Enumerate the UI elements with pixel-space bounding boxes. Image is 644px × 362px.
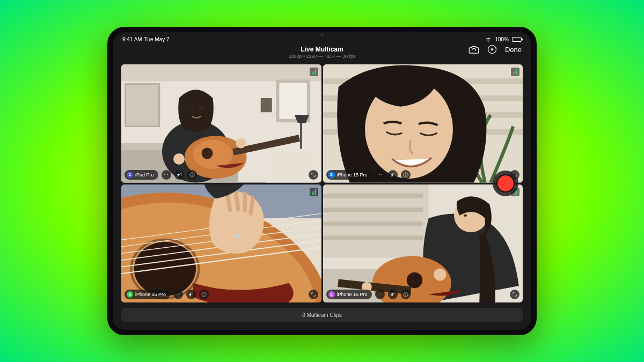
battery-pct: 100%: [495, 36, 509, 42]
page-subtitle: 1080p • 2160 — HDR — 30 fps: [288, 54, 355, 59]
more-options-button[interactable]: ⋯: [173, 290, 183, 299]
info-button[interactable]: [401, 290, 411, 299]
camera-source-label: iPhone 15 Pro: [337, 172, 368, 178]
record-icon: [496, 174, 515, 193]
signal-badge: [310, 188, 318, 196]
svg-point-12: [191, 107, 194, 109]
expand-button[interactable]: [309, 170, 318, 180]
svg-rect-5: [261, 98, 272, 112]
camera-feed-4[interactable]: 4 iPhone 15 Pro ⋯: [323, 184, 523, 303]
record-button[interactable]: [493, 171, 518, 196]
camera-feed-3[interactable]: 3 iPhone 15 Pro ⋯: [121, 184, 321, 303]
done-button[interactable]: Done: [505, 46, 522, 54]
signal-badge: [511, 68, 519, 76]
camera-source-label: iPad Pro: [135, 172, 154, 178]
more-options-button[interactable]: ⋯: [375, 290, 385, 299]
app-header: Live Multicam 1080p • 2160 — HDR — 30 fp…: [113, 45, 531, 64]
svg-point-16: [202, 147, 213, 159]
svg-point-50: [204, 293, 204, 293]
clips-count-label: 0 Multicam Clips: [302, 312, 341, 318]
video-thumbnail: [121, 64, 321, 183]
page-title: Live Multicam: [288, 46, 355, 53]
source-dot-icon: 1: [127, 172, 133, 178]
svg-point-35: [405, 173, 406, 174]
wifi-icon: [485, 37, 492, 42]
source-dot-icon: 4: [328, 291, 335, 298]
camera-source-label: iPhone 15 Pro: [135, 292, 166, 297]
info-button[interactable]: [187, 170, 197, 180]
camera-grid: 1 iPad Pro ⋯: [113, 64, 531, 302]
mute-button[interactable]: [174, 170, 184, 180]
mute-button[interactable]: [388, 290, 398, 299]
svg-point-18: [173, 153, 185, 165]
info-button[interactable]: [401, 170, 411, 180]
camera-source-pill[interactable]: 4 iPhone 15 Pro: [326, 290, 372, 299]
expand-button[interactable]: [510, 290, 519, 299]
camera-feed-2[interactable]: 2 iPhone 15 Pro ⋯: [323, 64, 523, 183]
clips-bar[interactable]: 0 Multicam Clips: [121, 308, 523, 322]
svg-point-60: [406, 272, 422, 287]
svg-rect-34: [405, 174, 406, 176]
camera-feed-1[interactable]: 1 iPad Pro ⋯: [121, 64, 321, 183]
source-dot-icon: 2: [328, 172, 335, 178]
svg-point-62: [434, 268, 446, 280]
camera-source-pill[interactable]: 1 iPad Pro: [125, 170, 158, 180]
svg-point-13: [199, 107, 202, 109]
battery-icon: [512, 37, 522, 42]
svg-point-38: [134, 242, 196, 296]
svg-rect-3: [126, 84, 159, 127]
more-options-button[interactable]: ⋯: [162, 170, 171, 180]
ipad-device-frame: 9:41 AM Tue May 7 100% Live Multicam 108…: [107, 27, 537, 335]
source-dot-icon: 3: [127, 291, 133, 298]
video-thumbnail: [121, 184, 321, 303]
svg-point-64: [463, 214, 466, 216]
signal-badge: [310, 68, 318, 76]
status-time: 9:41 AM: [122, 36, 142, 42]
mute-button[interactable]: [186, 290, 196, 299]
svg-point-68: [405, 293, 406, 293]
status-date: Tue May 7: [144, 36, 170, 42]
device-camera: [320, 33, 324, 36]
camera-source-label: iPhone 15 Pro: [337, 292, 368, 297]
mute-button[interactable]: [388, 170, 398, 180]
svg-rect-2: [121, 64, 321, 82]
svg-point-23: [192, 173, 192, 174]
svg-rect-49: [204, 294, 204, 295]
svg-rect-22: [192, 174, 192, 176]
svg-point-19: [236, 138, 246, 149]
svg-rect-4: [277, 82, 309, 121]
flip-camera-icon[interactable]: [469, 45, 479, 54]
svg-point-46: [233, 234, 240, 238]
play-circle-icon[interactable]: [487, 45, 497, 54]
expand-button[interactable]: [309, 290, 318, 299]
more-options-button[interactable]: ⋯: [375, 170, 385, 180]
camera-source-pill[interactable]: 3 iPhone 15 Pro: [125, 290, 170, 299]
svg-rect-67: [405, 294, 406, 295]
camera-source-pill[interactable]: 2 iPhone 15 Pro: [326, 170, 372, 180]
info-button[interactable]: [199, 290, 209, 299]
video-thumbnail: [323, 64, 523, 183]
video-thumbnail: [323, 184, 523, 303]
